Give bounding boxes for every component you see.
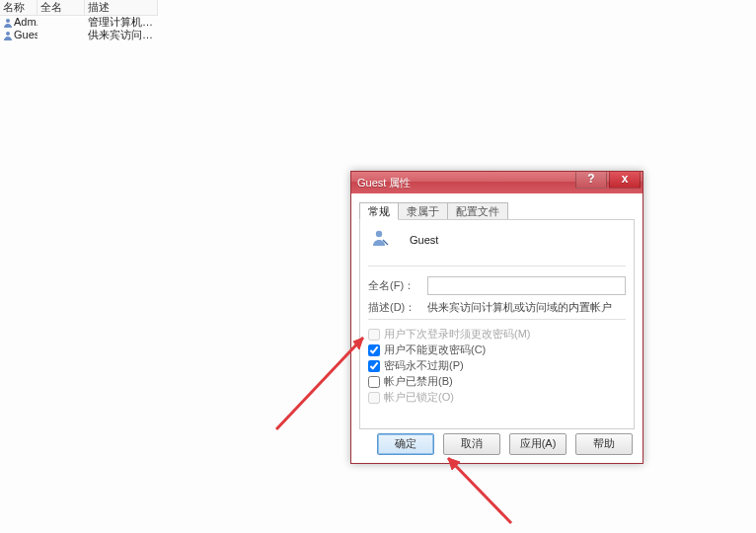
svg-point-3 (376, 231, 382, 237)
fullname-input[interactable] (427, 276, 626, 295)
dialog-button-row: 确定 取消 应用(A) 帮助 (351, 433, 643, 457)
svg-point-0 (6, 19, 10, 23)
tab-memberof[interactable]: 隶属于 (398, 202, 448, 220)
account-name: Guest (410, 234, 438, 246)
check-must-change-password: 用户下次登录时须更改密码(M) (368, 327, 626, 342)
cell-name: Adm... (14, 16, 38, 29)
tab-strip: 常规 隶属于 配置文件 (359, 201, 507, 219)
dialog-titlebar[interactable]: Guest 属性 ? x (351, 172, 643, 194)
user-icon (3, 31, 13, 40)
user-icon (3, 18, 13, 28)
check-password-never-expires[interactable]: 密码永不过期(P) (368, 358, 626, 373)
cell-fullname (38, 16, 85, 29)
checkbox[interactable] (368, 344, 380, 356)
col-name[interactable]: 名称 (0, 0, 38, 15)
user-icon (370, 228, 390, 248)
cancel-button[interactable]: 取消 (443, 433, 500, 455)
fullname-label: 全名(F)： (368, 278, 427, 293)
help-button[interactable]: 帮助 (575, 433, 633, 455)
table-row[interactable]: Adm... 管理计算机(域)... (0, 16, 158, 29)
guest-properties-dialog: Guest 属性 ? x 常规 隶属于 配置文件 Guest 全名(F)： (350, 171, 643, 464)
dialog-title: Guest 属性 (357, 177, 411, 189)
svg-line-6 (448, 458, 511, 523)
checkbox[interactable] (368, 360, 380, 372)
table-header: 名称 全名 描述 (0, 0, 158, 16)
tab-general[interactable]: 常规 (359, 202, 399, 220)
apply-button[interactable]: 应用(A) (509, 433, 567, 455)
cell-desc: 管理计算机(域)... (85, 16, 158, 29)
checkbox (368, 392, 380, 404)
checkbox (368, 329, 380, 341)
description-value: 供来宾访问计算机或访问域的内置帐户 (427, 300, 626, 315)
check-account-disabled[interactable]: 帐户已禁用(B) (368, 374, 626, 389)
cell-desc: 供来宾访问计算... (85, 29, 158, 41)
dialog-body: 常规 隶属于 配置文件 Guest 全名(F)： 描述(D)： (351, 193, 643, 463)
svg-point-1 (6, 32, 10, 36)
cell-name: Guest (14, 29, 38, 41)
tab-profile[interactable]: 配置文件 (447, 202, 508, 220)
users-table[interactable]: 名称 全名 描述 Adm... 管理计算机(域)... Guest 供来宾访问计… (0, 0, 158, 41)
description-field: 描述(D)： 供来宾访问计算机或访问域的内置帐户 (368, 297, 626, 317)
tab-page-general: Guest 全名(F)： 描述(D)： 供来宾访问计算机或访问域的内置帐户 用户… (359, 219, 635, 429)
ok-button[interactable]: 确定 (377, 433, 434, 455)
fullname-field: 全名(F)： (368, 275, 626, 295)
check-cannot-change-password[interactable]: 用户不能更改密码(C) (368, 343, 626, 357)
titlebar-help-button[interactable]: ? (575, 172, 607, 189)
col-fullname[interactable]: 全名 (38, 0, 85, 15)
description-label: 描述(D)： (368, 300, 427, 315)
cell-fullname (38, 29, 85, 41)
titlebar-close-button[interactable]: x (609, 172, 641, 189)
col-desc[interactable]: 描述 (85, 0, 158, 15)
check-account-locked: 帐户已锁定(O) (368, 390, 626, 405)
checkbox[interactable] (368, 376, 380, 388)
table-row[interactable]: Guest 供来宾访问计算... (0, 29, 158, 41)
